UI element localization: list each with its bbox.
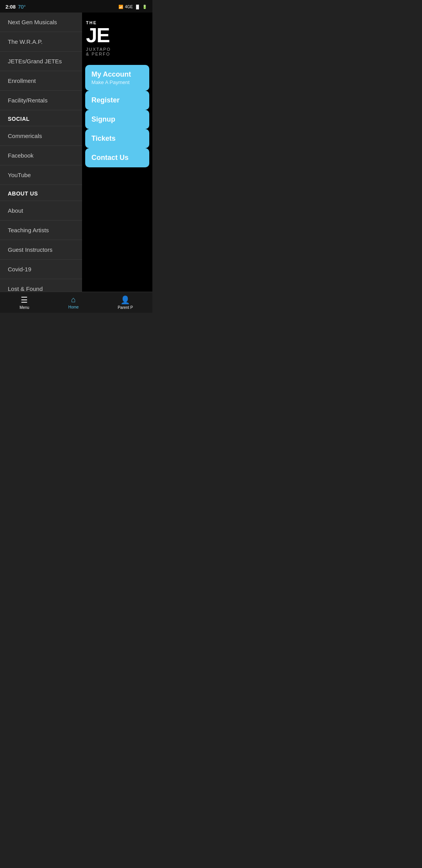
action-button-register[interactable]: Register — [85, 91, 149, 110]
status-icons: 📶 4GE ▐▌ 🔋 — [118, 5, 147, 9]
bottom-nav: ☰Menu⌂Home👤Parent P — [0, 292, 152, 313]
menu-item-lost-found[interactable]: Lost & Found — [0, 279, 82, 292]
menu-header-about-us-header: ABOUT US — [0, 185, 82, 201]
menu-item-next-gen-musicals[interactable]: Next Gen Musicals — [0, 13, 82, 32]
left-menu: Next Gen MusicalsThe W.R.A.P.JETEs/Grand… — [0, 13, 82, 292]
logo-area: THE JE JUXTAPO & PERFO — [82, 13, 152, 63]
battery-icon: 🔋 — [142, 5, 147, 9]
status-time: 2:08 — [5, 4, 16, 10]
menu-item-enrollment[interactable]: Enrollment — [0, 71, 82, 91]
menu-header-social-header: SOCIAL — [0, 110, 82, 126]
menu-item-covid-19[interactable]: Covid-19 — [0, 260, 82, 279]
action-button-title-my-account: My Account — [91, 70, 143, 79]
action-button-my-account[interactable]: My AccountMake A Payment — [85, 65, 149, 91]
nav-icon-menu: ☰ — [21, 295, 28, 305]
action-button-tickets[interactable]: Tickets — [85, 129, 149, 148]
nav-label-parent-portal: Parent P — [118, 305, 133, 310]
logo-sub2: & PERFO — [86, 52, 110, 56]
action-button-title-contact-us: Contact Us — [91, 154, 143, 162]
menu-item-jetes[interactable]: JETEs/Grand JETEs — [0, 52, 82, 71]
action-button-signup[interactable]: Signup — [85, 110, 149, 129]
right-content: THE JE JUXTAPO & PERFO My AccountMake A … — [82, 13, 152, 292]
nav-item-parent-portal[interactable]: 👤Parent P — [118, 295, 133, 310]
nav-item-menu[interactable]: ☰Menu — [20, 295, 29, 310]
menu-item-commercials[interactable]: Commericals — [0, 126, 82, 146]
menu-item-guest-instructors[interactable]: Guest Instructors — [0, 240, 82, 260]
main-layout: Next Gen MusicalsThe W.R.A.P.JETEs/Grand… — [0, 13, 152, 292]
menu-item-about[interactable]: About — [0, 201, 82, 221]
action-button-title-signup: Signup — [91, 115, 143, 124]
action-button-title-register: Register — [91, 96, 143, 104]
action-button-subtitle-my-account: Make A Payment — [91, 79, 143, 85]
menu-item-facility-rentals[interactable]: Facility/Rentals — [0, 91, 82, 110]
nav-item-home[interactable]: ⌂Home — [68, 295, 79, 310]
signal-bars-icon: 4GE — [125, 5, 133, 9]
logo-main-text: JE — [86, 25, 109, 45]
menu-item-facebook[interactable]: Facebook — [0, 146, 82, 165]
status-bar: 2:08 70° 📶 4GE ▐▌ 🔋 — [0, 0, 152, 13]
menu-item-the-wrap[interactable]: The W.R.A.P. — [0, 32, 82, 52]
nav-label-menu: Menu — [20, 305, 29, 310]
action-buttons-container: My AccountMake A PaymentRegisterSignupTi… — [82, 63, 152, 170]
logo-sub1: JUXTAPO — [86, 47, 111, 52]
wifi-icon: 📶 — [118, 5, 123, 9]
status-temperature: 70° — [18, 4, 26, 10]
nav-icon-parent-portal: 👤 — [120, 295, 130, 305]
nav-icon-home: ⌂ — [71, 295, 76, 304]
nav-label-home: Home — [68, 305, 79, 309]
signal-icon: ▐▌ — [135, 5, 140, 9]
menu-item-youtube[interactable]: YouTube — [0, 165, 82, 185]
action-button-title-tickets: Tickets — [91, 135, 143, 143]
action-button-contact-us[interactable]: Contact Us — [85, 148, 149, 167]
menu-item-teaching-artists[interactable]: Teaching Artists — [0, 221, 82, 240]
